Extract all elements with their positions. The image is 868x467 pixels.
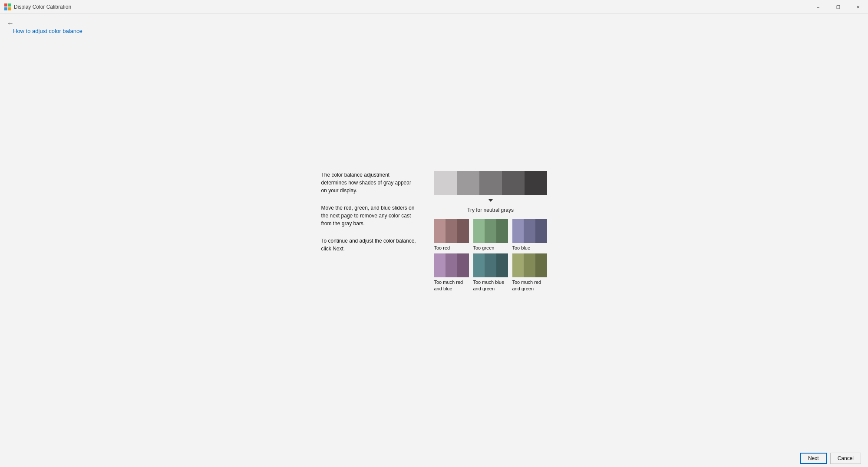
main-gray-swatch [457,171,479,195]
sample-label: Too much red and green [512,279,547,292]
samples-row-1: Too redToo greenToo blue [434,219,547,251]
sample-label: Too red [434,245,450,251]
color-swatch [512,253,524,277]
color-swatch [485,253,496,277]
marker-arrow [488,199,493,202]
color-swatch [457,219,469,243]
color-swatch [496,219,508,243]
sample-label: Too much blue and green [473,279,508,292]
color-swatch [485,219,496,243]
color-swatch [446,253,457,277]
svg-rect-3 [8,7,11,10]
svg-rect-0 [4,3,7,7]
svg-rect-1 [8,3,11,7]
color-swatch [524,253,535,277]
sample-swatches [512,253,547,277]
next-button[interactable]: Next [800,453,827,464]
content-wrapper: The color balance adjustment determines … [321,171,547,292]
color-swatch [457,253,469,277]
color-swatch [434,219,446,243]
main-gray-swatch [502,171,525,195]
sample-item: Too blue [512,219,547,251]
sample-item: Too green [473,219,508,251]
main-gray-swatch [479,171,502,195]
description-para2: Move the red, green, and blue sliders on… [321,204,417,227]
description-para1: The color balance adjustment determines … [321,171,417,194]
sample-item: Too much blue and green [473,253,508,292]
cancel-button[interactable]: Cancel [830,453,861,464]
color-swatch [535,253,547,277]
title-bar-title: Display Color Calibration [14,4,71,10]
samples-panel: Try for neutral grays Too redToo greenTo… [434,171,547,292]
main-gray-bar [434,171,547,195]
color-swatch [496,253,508,277]
sample-item: Too red [434,219,469,251]
sample-label: Too blue [512,245,531,251]
sample-swatches [473,219,508,243]
svg-rect-2 [4,7,7,10]
color-swatch [524,219,535,243]
sample-swatches [512,219,547,243]
color-swatch [434,253,446,277]
marker-row [434,199,547,203]
sample-item: Too much red and green [512,253,547,292]
sample-label: Too green [473,245,495,251]
samples-grid: Too redToo greenToo blue Too much red an… [434,219,547,292]
sample-label: Too much red and blue [434,279,469,292]
sample-item: Too much red and blue [434,253,469,292]
app-icon [4,3,11,10]
color-swatch [446,219,457,243]
try-label: Try for neutral grays [467,207,514,213]
main-gray-swatch [434,171,457,195]
sample-swatches [434,219,469,243]
description-panel: The color balance adjustment determines … [321,171,417,262]
title-bar-left: Display Color Calibration [4,3,71,10]
bottom-bar: Next Cancel [0,449,868,467]
samples-row-2: Too much red and blueToo much blue and g… [434,253,547,292]
sample-swatches [473,253,508,277]
restore-button[interactable]: ❐ [828,0,848,14]
color-swatch [473,219,485,243]
minimize-button[interactable]: – [808,0,828,14]
title-bar: Display Color Calibration – ❐ ✕ [0,0,868,14]
main-content: The color balance adjustment determines … [0,14,868,449]
sample-swatches [434,253,469,277]
title-bar-controls: – ❐ ✕ [808,0,868,13]
close-button[interactable]: ✕ [848,0,868,14]
main-gray-swatch [525,171,547,195]
color-swatch [473,253,485,277]
color-swatch [535,219,547,243]
description-para3: To continue and adjust the color balance… [321,237,417,253]
color-swatch [512,219,524,243]
